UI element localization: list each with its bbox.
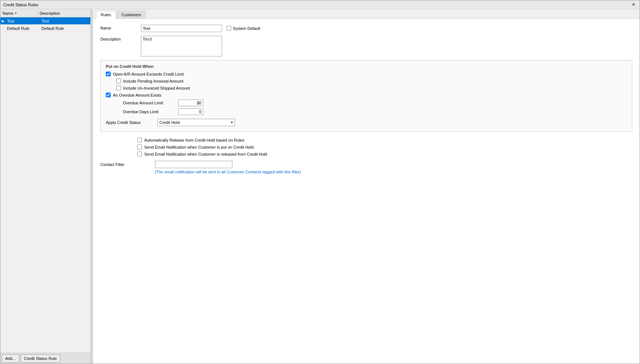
row-indicator xyxy=(0,25,6,32)
name-column-header[interactable]: Name ▼ xyxy=(0,9,38,17)
include-uninvoiced-row: Include Un-Invoiced Shipped Amount xyxy=(106,86,627,90)
email-put-on-hold-row: Send Email Notification when Customer is… xyxy=(100,145,632,149)
description-label: Description xyxy=(100,36,141,41)
close-button[interactable]: ✕ xyxy=(630,2,637,7)
name-input[interactable] xyxy=(141,25,222,32)
email-released-label: Send Email Notification when Customer is… xyxy=(144,152,267,156)
description-row: Description Test xyxy=(100,36,632,56)
apply-credit-row: Apply Credit Status Credit Hold Warning … xyxy=(106,119,627,126)
email-put-on-hold-label: Send Email Notification when Customer is… xyxy=(144,145,254,149)
tab-content-rules: Name System Default Description Test Put… xyxy=(93,19,640,364)
open-ar-checkbox[interactable] xyxy=(106,72,111,76)
right-panel: Rules Customers Name System Default xyxy=(93,9,640,364)
include-pending-checkbox[interactable] xyxy=(116,79,121,83)
include-uninvoiced-checkbox[interactable] xyxy=(116,86,121,90)
include-uninvoiced-label: Include Un-Invoiced Shipped Amount xyxy=(123,86,190,90)
list-item[interactable]: ▶ Test Test xyxy=(0,17,90,25)
system-default-label: System Default xyxy=(233,26,260,31)
list-item[interactable]: Default Rule Default Rule xyxy=(0,25,90,32)
list-header: Name ▼ Description xyxy=(0,9,90,17)
open-ar-label: Open A/R Amount Exceeds Credit Limit xyxy=(113,72,184,76)
email-released-row: Send Email Notification when Customer is… xyxy=(100,152,632,156)
credit-hold-section: Put on Credit Hold When Open A/R Amount … xyxy=(100,60,632,132)
section-title: Put on Credit Hold When xyxy=(106,64,627,69)
name-label: Name xyxy=(100,25,141,30)
list-cell-description: Test xyxy=(40,17,90,24)
apply-credit-select-wrapper: Credit Hold Warning None xyxy=(158,119,235,126)
overdue-days-label: Overdue Days Limit xyxy=(123,110,178,114)
overdue-exists-label: An Overdue Amount Exists xyxy=(113,93,161,97)
credit-status-rule-button[interactable]: Credit Status Rule xyxy=(21,354,60,363)
list-body: ▶ Test Test Default Rule Default Rule xyxy=(0,17,90,353)
tab-rules[interactable]: Rules xyxy=(96,11,116,19)
contact-filter-label: Contact Filter xyxy=(100,162,155,167)
row-indicator: ▶ xyxy=(0,17,6,24)
apply-credit-select[interactable]: Credit Hold Warning None xyxy=(158,119,235,126)
auto-release-row: Automatically Release from Credit Hold b… xyxy=(100,138,632,142)
email-released-checkbox[interactable] xyxy=(137,152,142,156)
title-bar: Credit Status Rules ✕ xyxy=(0,0,640,9)
contact-filter-row: Contact Filter xyxy=(100,161,632,168)
window-title: Credit Status Rules xyxy=(3,3,38,7)
contact-filter-input[interactable] xyxy=(155,161,232,168)
open-ar-row: Open A/R Amount Exceeds Credit Limit xyxy=(106,72,627,76)
left-panel-footer: Add... Credit Status Rule xyxy=(0,353,90,364)
list-cell-description: Default Rule xyxy=(40,25,90,32)
main-window: Credit Status Rules ✕ Name ▼ Description… xyxy=(0,0,640,364)
overdue-amount-input[interactable] xyxy=(178,100,203,106)
separator-dots: ··· xyxy=(91,185,93,188)
auto-release-label: Automatically Release from Credit Hold b… xyxy=(144,138,244,142)
add-button[interactable]: Add... xyxy=(2,354,19,363)
description-textarea[interactable]: Test xyxy=(141,36,222,56)
include-pending-label: Include Pending Invoiced Amount xyxy=(123,79,183,83)
apply-credit-label: Apply Credit Status xyxy=(106,120,158,125)
name-row: Name System Default xyxy=(100,25,632,32)
list-cell-name: Test xyxy=(6,17,40,24)
overdue-exists-row: An Overdue Amount Exists xyxy=(106,93,627,97)
notification-section: Automatically Release from Credit Hold b… xyxy=(100,138,632,174)
email-put-on-hold-checkbox[interactable] xyxy=(137,145,142,149)
overdue-amount-label: Overdue Amount Limit xyxy=(123,101,178,105)
description-column-header[interactable]: Description xyxy=(38,9,90,17)
panel-separator[interactable]: ··· xyxy=(91,9,93,364)
main-content: Name ▼ Description ▶ Test Test Defa xyxy=(0,9,640,364)
name-sort-icon: ▼ xyxy=(14,11,17,15)
left-panel: Name ▼ Description ▶ Test Test Defa xyxy=(0,9,91,364)
overdue-amount-row: Overdue Amount Limit xyxy=(106,100,627,106)
tabs-bar: Rules Customers xyxy=(93,9,640,19)
overdue-exists-checkbox[interactable] xyxy=(106,93,111,97)
list-cell-name: Default Rule xyxy=(6,25,40,32)
include-pending-row: Include Pending Invoiced Amount xyxy=(106,79,627,83)
system-default-checkbox[interactable] xyxy=(226,26,231,31)
overdue-days-input[interactable] xyxy=(178,108,203,115)
overdue-days-row: Overdue Days Limit xyxy=(106,108,627,115)
tab-customers[interactable]: Customers xyxy=(117,11,146,18)
auto-release-checkbox[interactable] xyxy=(137,138,142,142)
system-default-row: System Default xyxy=(226,26,260,31)
filter-hint: (The email notification will be sent to … xyxy=(155,170,632,174)
